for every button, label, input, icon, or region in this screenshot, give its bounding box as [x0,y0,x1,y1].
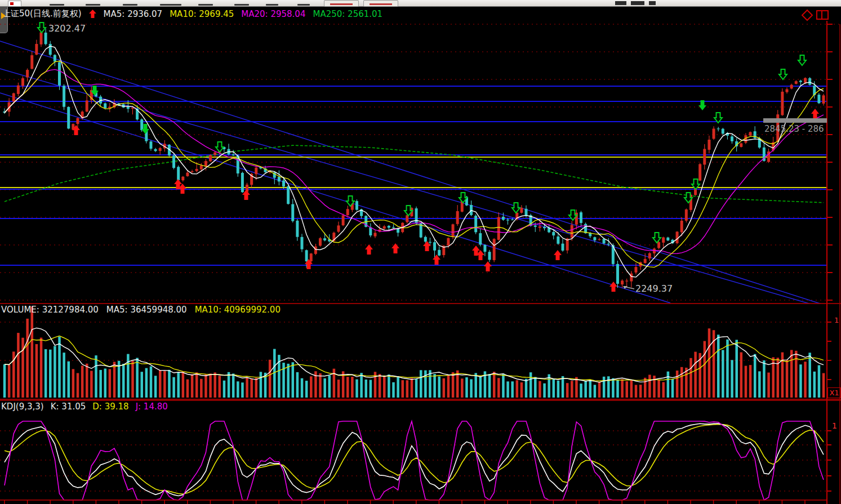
candlestick [561,244,564,251]
candlestick [213,153,216,155]
volume-bar [355,380,358,398]
kdj-panel[interactable] [5,421,824,500]
candlestick [493,239,496,260]
candlestick [497,217,500,239]
candlestick [511,220,514,220]
volume-panel[interactable] [3,307,825,398]
volume-bar [781,353,784,398]
volume-bar [104,368,107,398]
volume-bar [474,373,477,398]
volume-bar [219,376,221,398]
volume-bar [301,378,304,398]
volume-bar [506,381,509,398]
volume-bar [323,378,326,398]
candlestick [323,238,326,240]
candlestick [470,205,473,215]
diamond-icon[interactable] [802,10,812,20]
volume-bar [708,328,711,398]
volume-bar [740,353,743,398]
volume-bar [520,382,523,398]
x1-zoom-badge[interactable]: X1 [827,387,841,398]
candlestick [21,78,24,86]
volume-bar [145,368,148,398]
buy-arrow-icon [484,261,492,271]
volume-bar [465,377,468,398]
volume-bar [365,380,368,398]
volume-bar [255,378,258,398]
candlestick [369,228,372,235]
volume-bar [383,377,386,398]
volume-bar [99,370,102,398]
candlestick [204,161,207,167]
candlestick [552,232,555,235]
volume-bar [653,376,656,398]
volume-bar [379,374,381,398]
candlestick [571,225,573,238]
volume-bar [122,364,125,398]
volume-bar [346,377,349,398]
volume-bar [81,365,84,398]
kdj-k-line [5,423,824,496]
volume-bar [767,373,770,398]
volume-bar [45,349,47,398]
candlestick [58,62,61,86]
volume-bar [758,371,761,398]
candlestick [181,177,184,180]
volume-bar [204,374,207,398]
kdj-k-value: K: 31.05 [51,402,86,412]
volume-bar [195,372,198,398]
candlestick [722,129,724,134]
candlestick [790,85,793,89]
candlestick [424,237,427,242]
volume-bar [168,370,171,398]
volume-bar [745,366,747,398]
volume-bar [319,373,322,398]
chart-title: 上证50(日线.前复权) [2,8,82,19]
ma10-value: MA10: 2969.45 [170,9,234,19]
volume-bar [31,307,34,398]
volume-bar [433,374,436,398]
volume-bar [571,381,573,398]
kdj-j-line [5,421,824,500]
candlestick [731,136,733,141]
price-panel[interactable] [0,29,841,310]
volume-bar [296,372,299,398]
sell-hollow-arrow-icon [779,69,787,79]
red-up-arrow-icon [89,10,96,18]
chart-canvas[interactable] [0,0,841,504]
volume-bar [754,354,757,398]
candlestick [520,208,523,213]
buy-arrow-icon [609,282,617,292]
candlestick [291,204,294,221]
candlestick [241,173,244,192]
volume-bar [575,377,577,398]
buy-arrow-icon [365,244,373,255]
volume-bar [26,319,29,398]
candlestick [607,244,610,244]
candlestick [817,95,820,103]
expand-arrow-icon [1,12,6,19]
candlestick [525,209,528,216]
volume-bar [612,378,615,398]
candlestick [149,141,152,149]
candlestick [474,216,477,232]
volume-bar [808,353,811,398]
candlestick [127,107,130,109]
volume-bar [415,379,418,398]
volume-bar [411,378,413,398]
candlestick [621,280,624,284]
volume-bar [493,372,496,398]
volume-bar [676,371,679,398]
volume-bar [818,365,821,398]
volume-bar [525,379,528,398]
volume-bar [77,373,79,398]
candlestick [67,107,70,128]
trendline [0,93,670,303]
volume-bar [154,376,157,398]
volume-bar [159,370,162,398]
volume-bar [140,372,143,398]
volume-bar [621,379,624,398]
candlestick [383,226,386,229]
volume-bar [562,376,564,398]
candlestick [319,238,322,246]
